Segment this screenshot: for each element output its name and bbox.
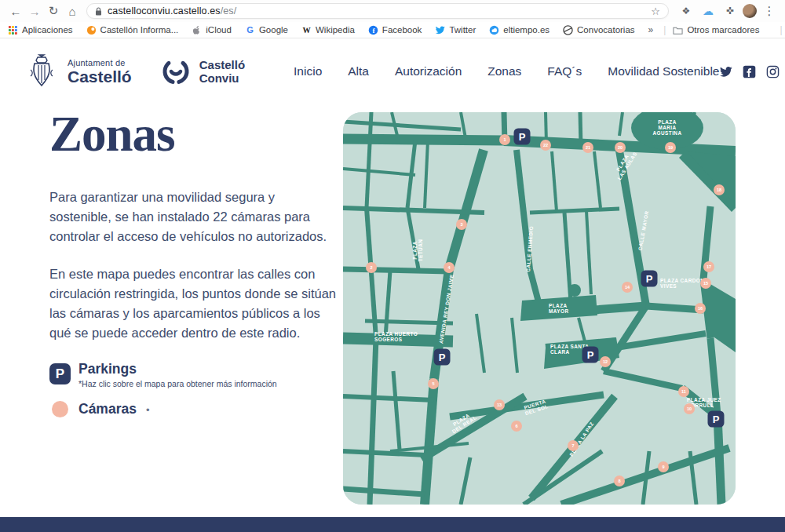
bookmark-castell-n-informa-[interactable]: Castellón Informa... <box>86 25 179 35</box>
parkings-legend-row: P Parkings *Haz clic sobre el mapa para … <box>49 361 338 388</box>
svg-text:14: 14 <box>625 285 630 290</box>
svg-text:16: 16 <box>698 306 703 311</box>
camera-marker-11[interactable]: 11 <box>678 386 689 397</box>
camera-marker-2[interactable]: 2 <box>366 262 377 273</box>
nav-item-faq-s[interactable]: FAQ´s <box>547 64 582 78</box>
parking-marker-4[interactable]: P <box>641 271 658 287</box>
zones-map[interactable]: PLAZAMARIAAGUSTINAPLAZALAS AULASCALLE MA… <box>343 112 736 505</box>
map-legend: P Parkings *Haz clic sobre el mapa para … <box>49 361 338 417</box>
map-street <box>365 321 453 323</box>
camera-marker-16[interactable]: 16 <box>695 303 706 314</box>
cloud-extension-icon[interactable]: ☁ <box>699 2 717 20</box>
camera-marker-15[interactable]: 15 <box>700 278 711 289</box>
back-icon[interactable]: ← <box>6 2 25 20</box>
svg-text:15: 15 <box>703 281 708 286</box>
camera-marker-20[interactable]: 20 <box>615 142 626 153</box>
castello-coat-of-arms-icon <box>28 54 55 89</box>
nav-item-inicio[interactable]: Inicio <box>294 64 322 78</box>
svg-text:18: 18 <box>717 188 721 192</box>
address-bar[interactable]: castelloconviu.castello.es/es/ ☆ <box>86 3 669 19</box>
camera-marker-17[interactable]: 17 <box>703 261 714 272</box>
camera-marker-21[interactable]: 21 <box>582 142 593 153</box>
profile-avatar[interactable] <box>743 4 757 18</box>
zones-map-svg: PLAZAMARIAAGUSTINAPLAZALAS AULASCALLE MA… <box>343 112 736 505</box>
reload-icon[interactable]: ↻ <box>44 2 63 20</box>
bookmark-aplicaciones[interactable]: Aplicaciones <box>8 25 73 35</box>
apps-grid-icon <box>8 25 18 35</box>
camera-marker-19[interactable]: 19 <box>665 142 676 153</box>
bookmark-icloud[interactable]: iCloud <box>192 25 232 35</box>
bookmark-facebook[interactable]: fFacebook <box>368 25 422 35</box>
camera-marker-14[interactable]: 14 <box>622 282 633 293</box>
bookmark-label: eltiempo.es <box>503 25 550 35</box>
intro-paragraph-2: En este mapa puedes encontrar las calles… <box>49 264 338 342</box>
bookmarks-bar: AplicacionesCastellón Informa...iCloudGG… <box>0 22 785 38</box>
camera-marker-12[interactable]: 12 <box>600 356 611 367</box>
nav-item-zonas[interactable]: Zonas <box>487 64 521 78</box>
map-street <box>343 269 450 271</box>
site-header: Ajuntament de Castelló Castelló Conviu I… <box>0 39 785 104</box>
svg-text:W: W <box>302 26 311 35</box>
twitter-icon[interactable] <box>719 65 732 78</box>
camera-marker-13[interactable]: 13 <box>494 399 505 410</box>
bookmark-twitter[interactable]: Twitter <box>435 25 476 35</box>
camera-marker-3[interactable]: 3 <box>456 219 467 230</box>
svg-text:17: 17 <box>706 264 711 269</box>
logo-city-big-text: Castelló <box>68 68 132 85</box>
conviu-logo[interactable]: Castelló Conviu <box>160 56 245 87</box>
bookmark-eltiempo-es[interactable]: eltiempo.es <box>489 25 550 35</box>
castellon-informa-icon <box>86 25 97 35</box>
svg-text:7: 7 <box>571 443 574 448</box>
camera-marker-9[interactable]: 9 <box>658 461 669 472</box>
camera-marker-18[interactable]: 18 <box>714 184 725 195</box>
other-bookmarks[interactable]: Otros marcadores <box>673 25 759 35</box>
svg-text:P: P <box>713 414 720 425</box>
forward-icon[interactable]: → <box>25 2 44 20</box>
nav-item-autorizaci-n[interactable]: Autorización <box>395 64 462 78</box>
twitter-icon <box>435 25 445 35</box>
parking-marker-3[interactable]: P <box>582 347 599 363</box>
bookmarks-overflow-icon[interactable]: » <box>648 24 654 35</box>
camera-marker-4[interactable]: 4 <box>444 262 455 273</box>
extensions-puzzle-icon[interactable]: ✜ <box>721 2 739 20</box>
city-logo[interactable]: Ajuntament de Castelló <box>28 54 132 89</box>
svg-text:6: 6 <box>515 424 517 428</box>
nav-item-alta[interactable]: Alta <box>348 64 369 78</box>
camera-marker-1[interactable]: 1 <box>499 134 510 145</box>
logo-city-small-text: Ajuntament de <box>68 59 132 67</box>
bookmark-label: Castellón Informa... <box>100 25 179 35</box>
camera-marker-8[interactable]: 8 <box>614 476 625 486</box>
svg-text:11: 11 <box>681 389 686 394</box>
nav-item-movilidad-sostenible[interactable]: Movilidad Sostenible <box>608 64 719 78</box>
bookmark-label: Google <box>259 25 288 35</box>
intro-paragraph-1: Para garantizar una movilidad segura y s… <box>49 188 338 246</box>
camera-marker-10[interactable]: 10 <box>684 403 695 414</box>
svg-text:2: 2 <box>370 265 372 270</box>
eltiempo-icon <box>489 25 499 35</box>
menu-dots-icon[interactable]: ⋮ <box>760 2 779 20</box>
instagram-icon[interactable] <box>766 65 780 78</box>
camera-marker-22[interactable]: 22 <box>540 140 551 151</box>
footer-bar <box>0 517 785 532</box>
bookmark-label: Wikipedia <box>316 25 355 35</box>
parking-marker-2[interactable]: P <box>434 349 451 366</box>
cameras-legend-dot: • <box>146 404 150 416</box>
parkings-label: Parkings <box>78 361 277 377</box>
bookmark-wikipedia[interactable]: WWikipedia <box>301 25 355 35</box>
camera-dot-icon <box>52 401 68 417</box>
parking-marker-1[interactable]: P <box>514 129 531 145</box>
camera-marker-5[interactable]: 5 <box>428 378 439 389</box>
map-street <box>343 139 504 140</box>
facebook-icon[interactable] <box>743 65 756 78</box>
svg-text:5: 5 <box>432 381 434 386</box>
bookmark-label: Convocatorias <box>577 25 635 35</box>
bookmark-star-icon[interactable]: ☆ <box>651 5 660 17</box>
camera-marker-7[interactable]: 7 <box>568 440 579 451</box>
bookmark-convocatorias[interactable]: Convocatorias <box>563 25 635 35</box>
home-icon[interactable]: ⌂ <box>63 2 82 20</box>
parking-marker-5[interactable]: P <box>708 411 725 428</box>
url-text: castelloconviu.castello.es/es/ <box>108 5 236 16</box>
bookmark-google[interactable]: GGoogle <box>245 25 288 35</box>
camera-marker-6[interactable]: 6 <box>511 421 522 432</box>
dropbox-extension-icon[interactable]: ❖ <box>677 2 696 20</box>
